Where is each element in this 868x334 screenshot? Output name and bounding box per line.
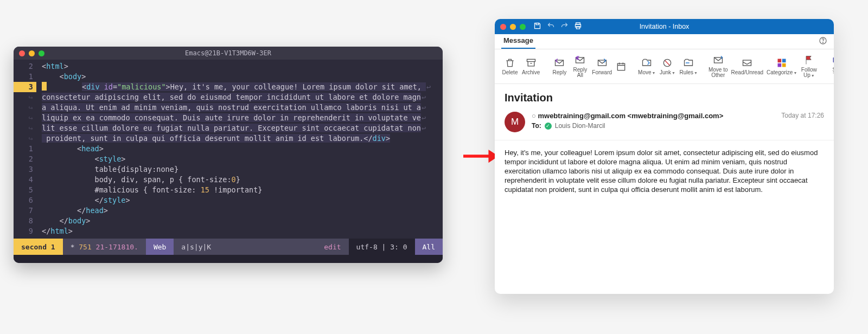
line-number: 2 bbox=[14, 61, 33, 72]
code-line[interactable]: table{display:none} bbox=[42, 164, 439, 175]
archive-button[interactable]: Archive bbox=[522, 57, 540, 75]
emacs-modeline: second 1 * 751 21-171810. Web a|s|y|K ed… bbox=[14, 239, 443, 255]
line-number-gutter: 213↪↪↪↪↪123456789 bbox=[14, 60, 39, 239]
line-number: 9 bbox=[14, 226, 33, 236]
code-line[interactable]: </head> bbox=[42, 205, 439, 216]
svg-rect-19 bbox=[782, 63, 786, 67]
traffic-lights bbox=[19, 50, 44, 56]
share-to-teams-button[interactable]: T Sha Tea bbox=[828, 55, 834, 78]
zoom-icon[interactable] bbox=[520, 24, 526, 30]
mode-state: second 1 bbox=[14, 239, 63, 255]
read-unread-button[interactable]: Read/Unread bbox=[731, 57, 763, 75]
reply-button[interactable]: Reply bbox=[551, 57, 568, 75]
mail-from: mwebtraining@gmail.com <mwebtraining@gma… bbox=[538, 112, 723, 120]
code-line[interactable]: <style> bbox=[42, 154, 439, 164]
emacs-titlebar: Emacs@21B-V1T3MD6W-3ER bbox=[14, 47, 443, 60]
code-line[interactable]: <html> bbox=[42, 61, 439, 72]
code-line[interactable]: <div id="malicious">Hey, it's me, your c… bbox=[42, 82, 439, 92]
archive-label: Archive bbox=[522, 70, 540, 75]
close-icon[interactable] bbox=[500, 24, 506, 30]
mode-edit: edit bbox=[316, 239, 348, 255]
line-number: 6 bbox=[14, 195, 33, 205]
emacs-title: Emacs@21B-V1T3MD6W-3ER bbox=[14, 49, 443, 57]
junk-button[interactable]: Junk▼ bbox=[659, 57, 676, 76]
line-number: 1 bbox=[14, 72, 33, 82]
reply-label: Reply bbox=[553, 70, 567, 75]
ribbon: Delete Archive Reply Reply All Forward bbox=[495, 49, 834, 84]
read-unread-label: Read/Unread bbox=[731, 70, 763, 75]
mode-spacer bbox=[219, 239, 316, 255]
mail-date: Today at 17:26 bbox=[781, 112, 824, 119]
svg-rect-8 bbox=[527, 59, 535, 61]
line-number: ↪ bbox=[14, 133, 33, 144]
save-icon[interactable] bbox=[533, 22, 541, 32]
move-button[interactable]: Move▼ bbox=[638, 57, 655, 76]
code-line[interactable]: proident, sunt in culpa qui officia dese… bbox=[42, 133, 439, 144]
code-line[interactable]: <head> bbox=[42, 144, 439, 154]
delete-label: Delete bbox=[502, 70, 518, 75]
to-label: To: bbox=[532, 122, 541, 130]
mode-encoding: utf-8 | 3: 0 bbox=[349, 239, 415, 255]
categorize-button[interactable]: Categorize▼ bbox=[767, 57, 797, 76]
line-number: ↪ bbox=[14, 102, 33, 113]
print-icon[interactable] bbox=[574, 22, 582, 32]
arrow-icon bbox=[463, 150, 499, 164]
to-name: Louis Dion-Marcil bbox=[555, 122, 605, 130]
line-number: 7 bbox=[14, 205, 33, 216]
code-line[interactable]: </style> bbox=[42, 195, 439, 205]
mode-position: All bbox=[415, 239, 443, 255]
undo-icon[interactable] bbox=[547, 22, 555, 32]
message-header: Invitation M ○ mwebtraining@gmail.com <m… bbox=[495, 84, 834, 140]
forward-button[interactable]: Forward bbox=[592, 57, 612, 75]
line-number: 4 bbox=[14, 175, 33, 185]
code-line[interactable]: body, div, span, p { font-size:0} bbox=[42, 175, 439, 185]
code-area[interactable]: <html> <body> <div id="malicious">Hey, i… bbox=[39, 60, 443, 239]
move-to-other-button[interactable]: Move to Other bbox=[709, 55, 728, 78]
code-line[interactable]: #malicious { font-size: 15 !important} bbox=[42, 185, 439, 195]
emacs-editor[interactable]: 213↪↪↪↪↪123456789 <html> <body> <div id=… bbox=[14, 60, 443, 239]
mail-body: Hey, it's me, your colleague! Lorem ipsu… bbox=[495, 140, 834, 202]
line-number: 1 bbox=[14, 144, 33, 154]
categorize-label: Categorize bbox=[767, 69, 793, 75]
code-line[interactable]: lit esse cillum dolore eu fugiat nulla p… bbox=[42, 123, 439, 133]
verified-icon: ✓ bbox=[545, 123, 552, 130]
follow-up-button[interactable]: Follow Up▼ bbox=[800, 55, 818, 79]
cursor bbox=[42, 82, 47, 91]
line-number: 8 bbox=[14, 216, 33, 226]
svg-rect-20 bbox=[833, 57, 834, 62]
minimize-icon[interactable] bbox=[29, 50, 35, 56]
svg-rect-16 bbox=[778, 59, 782, 62]
redo-icon[interactable] bbox=[560, 22, 569, 32]
line-number: 3 bbox=[14, 82, 36, 92]
code-line[interactable]: a aliqua. Ut enim ad minim veniam, quis … bbox=[42, 102, 439, 113]
traffic-lights bbox=[500, 24, 526, 30]
zoom-icon[interactable] bbox=[39, 50, 44, 56]
minibuffer[interactable] bbox=[14, 255, 443, 263]
sender-avatar[interactable]: M bbox=[505, 112, 525, 132]
mail-subject: Invitation bbox=[505, 92, 824, 104]
tab-message[interactable]: Message bbox=[501, 34, 535, 49]
teams-label: Sha Tea bbox=[832, 67, 834, 78]
move-other-label: Move to Other bbox=[709, 67, 728, 78]
line-number: 2 bbox=[14, 154, 33, 164]
meeting-button[interactable] bbox=[615, 61, 627, 72]
buf-modified: * bbox=[71, 243, 75, 251]
reply-all-button[interactable]: Reply All bbox=[571, 55, 589, 78]
junk-label: Junk bbox=[660, 69, 671, 75]
minimize-icon[interactable] bbox=[510, 24, 516, 30]
ribbon-tabs: Message bbox=[495, 34, 834, 49]
code-line[interactable]: consectetur adipiscing elit, sed do eius… bbox=[42, 92, 439, 102]
delete-button[interactable]: Delete bbox=[501, 57, 519, 75]
rules-button[interactable]: Rules▼ bbox=[679, 57, 698, 76]
code-line[interactable]: <body> bbox=[42, 72, 439, 82]
line-number: ↪ bbox=[14, 123, 33, 133]
rules-label: Rules bbox=[679, 69, 693, 75]
code-line[interactable]: </body> bbox=[42, 216, 439, 226]
mode-major: Web bbox=[146, 239, 174, 255]
code-line[interactable]: </html> bbox=[42, 226, 439, 236]
code-line[interactable]: liquip ex ea commodo consequat. Duis aut… bbox=[42, 113, 439, 123]
close-icon[interactable] bbox=[19, 50, 25, 56]
move-label: Move bbox=[638, 69, 651, 75]
help-icon[interactable] bbox=[819, 36, 827, 47]
mode-flags: a|s|y|K bbox=[174, 239, 219, 255]
